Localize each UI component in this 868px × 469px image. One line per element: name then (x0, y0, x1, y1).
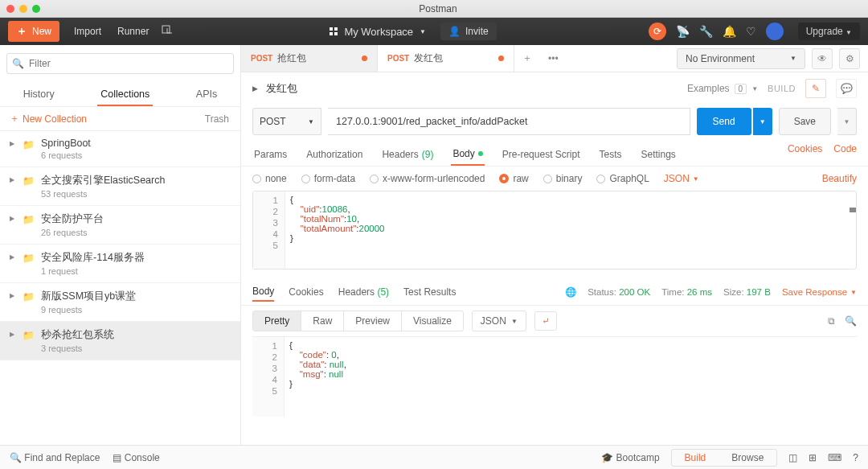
beautify-button[interactable]: Beautify (822, 173, 857, 184)
env-preview-icon[interactable]: 👁 (812, 48, 833, 69)
send-dropdown[interactable]: ▼ (753, 108, 772, 135)
filter-input[interactable] (29, 58, 228, 69)
tab-body[interactable]: Body (451, 143, 484, 166)
response-body-editor[interactable]: 12345 { "code": 0, "data": null, "msg": … (252, 336, 857, 417)
cookies-link[interactable]: Cookies (788, 143, 822, 166)
caret-down-icon: ▼ (751, 85, 758, 93)
invite-button[interactable]: 👤 Invite (440, 23, 497, 40)
wrap-lines-icon[interactable]: ⤶ (534, 311, 557, 331)
tab-settings[interactable]: Settings (640, 143, 678, 166)
new-collection-button[interactable]: ＋New Collection (10, 112, 87, 125)
request-tab-0[interactable]: POST 抢红包 (241, 45, 378, 72)
url-input[interactable] (328, 108, 690, 135)
edit-icon[interactable]: ✎ (805, 79, 826, 98)
copy-icon[interactable]: ⧉ (828, 315, 835, 327)
environment-select[interactable]: No Environment▼ (677, 48, 805, 69)
tab-tests[interactable]: Tests (597, 143, 623, 166)
view-preview[interactable]: Preview (344, 311, 402, 331)
tab-prerequest[interactable]: Pre-request Script (501, 143, 582, 166)
body-type-none[interactable]: none (252, 173, 287, 184)
response-tab-body[interactable]: Body (252, 282, 274, 302)
request-body-editor[interactable]: 12345 { "uid":10086, "totalNum":10, "tot… (252, 191, 857, 269)
find-replace-button[interactable]: 🔍 Find and Replace (10, 452, 100, 463)
layout-icon[interactable]: ⊞ (809, 452, 817, 463)
send-button[interactable]: Send (697, 108, 751, 135)
network-icon[interactable]: 🌐 (565, 286, 576, 298)
tab-apis[interactable]: APIs (193, 84, 220, 106)
response-tab-results[interactable]: Test Results (403, 283, 456, 301)
runner-button[interactable]: Runner (109, 23, 157, 40)
body-type-binary[interactable]: binary (543, 173, 583, 184)
resp-headers-count: (5) (377, 286, 389, 298)
tab-params[interactable]: Params (252, 143, 289, 166)
chevron-right-icon: ▶ (10, 251, 16, 276)
view-raw[interactable]: Raw (301, 311, 344, 331)
open-new-icon[interactable] (157, 23, 178, 40)
tab-collections[interactable]: Collections (97, 84, 153, 106)
body-type-graphql[interactable]: GraphQL (596, 173, 649, 184)
maximize-window[interactable] (32, 5, 40, 13)
body-type-raw[interactable]: raw (499, 173, 528, 184)
workspace-label: My Workspace (344, 26, 413, 38)
help-icon[interactable]: ? (853, 452, 858, 463)
caret-down-icon: ▼ (420, 28, 426, 35)
tab-authorization[interactable]: Authorization (305, 143, 364, 166)
wrench-icon[interactable]: 🔧 (699, 25, 713, 38)
upgrade-button[interactable]: Upgrade ▼ (798, 23, 860, 40)
browse-toggle[interactable]: Browse (719, 450, 776, 466)
heart-icon[interactable]: ♡ (746, 25, 756, 38)
filter-box[interactable]: 🔍 (6, 53, 234, 74)
settings-gear-icon[interactable]: ⚙ (839, 48, 860, 69)
plus-icon: ＋ (10, 112, 19, 125)
response-format-select[interactable]: JSON▼ (472, 311, 526, 331)
add-tab-button[interactable]: ＋ (514, 45, 540, 72)
body-type-formdata[interactable]: form-data (301, 173, 355, 184)
bell-icon[interactable]: 🔔 (723, 25, 736, 38)
minimize-window[interactable] (19, 5, 27, 13)
new-button[interactable]: ＋New (8, 21, 59, 42)
avatar[interactable] (766, 23, 784, 40)
comments-icon[interactable]: 💬 (836, 79, 857, 98)
view-pretty[interactable]: Pretty (253, 311, 301, 331)
collection-item[interactable]: ▶📁新版SSM项目yb课堂9 requests (0, 283, 240, 322)
request-tab-1[interactable]: POST 发红包 (378, 45, 514, 72)
workspace-select[interactable]: My Workspace ▼ (330, 26, 426, 38)
collection-item[interactable]: ▶📁安全防护平台26 requests (0, 206, 240, 245)
bootcamp-button[interactable]: 🎓 Bootcamp (601, 452, 659, 463)
console-button[interactable]: ▤ Console (113, 452, 159, 463)
traffic-lights[interactable] (6, 5, 40, 13)
expand-caret-icon[interactable]: ▶ (252, 84, 258, 93)
body-type-urlencoded[interactable]: x-www-form-urlencoded (370, 173, 485, 184)
satellite-icon[interactable]: 📡 (676, 25, 690, 38)
sync-icon[interactable]: ⟳ (649, 23, 666, 40)
sidebar: 🔍 History Collections APIs ＋New Collecti… (0, 45, 241, 445)
tab-headers[interactable]: Headers (9) (380, 143, 435, 166)
collection-item[interactable]: ▶📁全文搜索引擎ElasticSearch53 requests (0, 167, 240, 206)
response-tab-cookies[interactable]: Cookies (289, 283, 323, 301)
keyboard-icon[interactable]: ⌨ (828, 452, 841, 463)
two-pane-icon[interactable]: ◫ (788, 452, 797, 463)
response-tab-headers[interactable]: Headers (5) (338, 283, 389, 301)
examples-button[interactable]: Examples0▼ (687, 83, 758, 94)
collection-name: 全文搜索引擎ElasticSearch (41, 174, 165, 187)
method-select[interactable]: POST▼ (252, 108, 321, 135)
collection-item[interactable]: ▶📁安全风险库-114服务器1 request (0, 245, 240, 283)
save-dropdown[interactable]: ▼ (837, 108, 857, 135)
tab-method: POST (387, 54, 409, 63)
collection-item[interactable]: ▶📁SpringBoot6 requests (0, 131, 240, 167)
search-icon[interactable]: 🔍 (845, 315, 857, 327)
view-visualize[interactable]: Visualize (402, 311, 463, 331)
build-browse-toggle[interactable]: Build Browse (671, 449, 778, 467)
save-button[interactable]: Save (779, 108, 831, 135)
tab-menu-icon[interactable]: ••• (540, 45, 567, 72)
tab-history[interactable]: History (20, 84, 58, 106)
caret-down-icon: ▼ (511, 318, 518, 325)
build-toggle[interactable]: Build (672, 450, 719, 466)
close-window[interactable] (6, 5, 14, 13)
body-format-select[interactable]: JSON▼ (664, 173, 699, 184)
save-response-button[interactable]: Save Response▼ (782, 287, 857, 297)
import-button[interactable]: Import (66, 23, 109, 40)
collection-item[interactable]: ▶📁秒杀抢红包系统3 requests (0, 322, 240, 360)
trash-button[interactable]: Trash (205, 113, 229, 125)
code-link[interactable]: Code (833, 143, 857, 166)
